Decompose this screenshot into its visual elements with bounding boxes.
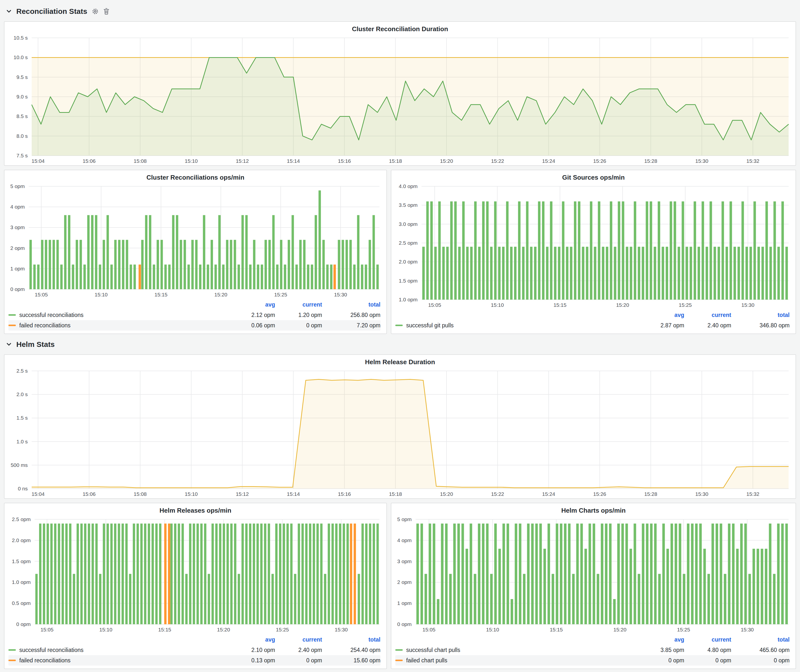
legend-sort-total[interactable]: total <box>322 301 381 308</box>
legend-total-value: 256.80 opm <box>322 312 381 318</box>
legend-current-value: 0 opm <box>275 657 322 664</box>
legend-row: failed chart pulls 0 opm 0 opm 0 opm <box>395 655 790 666</box>
helm-release-duration-plot <box>6 367 794 499</box>
legend-sort-total[interactable]: total <box>322 636 381 643</box>
legend-sort-current[interactable]: current <box>275 636 322 643</box>
section-title[interactable]: Helm Stats <box>16 340 55 349</box>
legend: avg current total successful reconciliat… <box>5 299 386 334</box>
legend-series-toggle[interactable]: failed chart pulls <box>395 657 637 664</box>
legend-series-toggle[interactable]: failed reconciliations <box>8 322 228 329</box>
series-marker <box>395 649 403 651</box>
legend-total-value: 0 opm <box>731 657 790 664</box>
series-marker <box>395 325 403 326</box>
panel-cluster-reconciliations-opm: Cluster Reconciliations ops/min 0 opm1 o… <box>4 170 387 334</box>
section-title[interactable]: Reconciliation Stats <box>16 7 87 16</box>
cluster-reconciliations-opm-chart[interactable]: 0 opm1 opm2 opm3 opm4 opm5 opm15:0515:10… <box>6 182 384 299</box>
panel-title[interactable]: Cluster Reconciliation Duration <box>5 22 795 34</box>
legend-header-row: avg current total <box>395 310 790 320</box>
legend-series-toggle[interactable]: successful reconciliations <box>8 312 228 318</box>
legend: avg current total successful git pulls 2… <box>391 309 795 334</box>
legend-total-value: 15.60 opm <box>322 657 381 664</box>
legend: avg current total successful reconciliat… <box>5 634 386 669</box>
legend-current-value: 1.20 opm <box>275 312 322 318</box>
cluster-reconciliation-duration-plot <box>6 34 794 166</box>
chevron-down-icon[interactable] <box>6 341 12 347</box>
helm-charts-opm-plot <box>393 515 794 634</box>
series-marker <box>8 314 16 316</box>
panel-helm-releases-opm: Helm Releases ops/min 0 opm0.5 opm1.0 op… <box>4 503 387 669</box>
legend-avg-value: 3.85 opm <box>637 647 684 653</box>
section-header-reconciliation-stats: Reconciliation Stats <box>6 5 796 18</box>
panel-helm-charts-opm: Helm Charts ops/min 0 opm1 opm2 opm3 opm… <box>391 503 796 669</box>
legend-label: failed reconciliations <box>19 657 70 664</box>
legend-row: successful reconciliations 2.12 opm 1.20… <box>8 310 381 320</box>
chevron-down-icon[interactable] <box>6 8 12 14</box>
legend-row: failed reconciliations 0.06 opm 0 opm 7.… <box>8 320 381 331</box>
cluster-reconciliations-opm-plot <box>6 182 384 299</box>
helm-releases-opm-chart[interactable]: 0 opm0.5 opm1.0 opm1.5 opm2.0 opm2.5 opm… <box>6 515 384 634</box>
legend-current-value: 2.40 opm <box>275 647 322 653</box>
legend-sort-current[interactable]: current <box>684 312 731 318</box>
legend-sort-avg[interactable]: avg <box>637 312 684 318</box>
legend-sort-total[interactable]: total <box>731 636 790 643</box>
legend-sort-total[interactable]: total <box>731 312 790 318</box>
legend-total-value: 346.80 opm <box>731 322 790 329</box>
legend-current-value: 0 opm <box>275 322 322 329</box>
legend-avg-value: 2.87 opm <box>637 322 684 329</box>
legend-series-toggle[interactable]: successful git pulls <box>395 322 637 329</box>
panel-title[interactable]: Helm Release Duration <box>5 355 795 367</box>
cluster-reconciliation-duration-chart[interactable]: 7.5 s8.0 s8.5 s9.0 s9.5 s10.0 s10.5 s15:… <box>6 34 794 165</box>
series-marker <box>8 660 16 661</box>
legend-label: successful git pulls <box>406 322 454 329</box>
section-header-helm-stats: Helm Stats <box>6 338 796 351</box>
legend-current-value: 2.40 opm <box>684 322 731 329</box>
legend-label: failed reconciliations <box>19 322 70 329</box>
legend-sort-current[interactable]: current <box>684 636 731 643</box>
legend-label: successful chart pulls <box>406 647 460 653</box>
legend-row: failed reconciliations 0.13 opm 0 opm 15… <box>8 655 381 666</box>
legend-header-row: avg current total <box>395 634 790 645</box>
trash-icon[interactable] <box>103 8 110 15</box>
legend-current-value: 4.80 opm <box>684 647 731 653</box>
legend-total-value: 254.40 opm <box>322 647 381 653</box>
legend-avg-value: 0 opm <box>637 657 684 664</box>
panel-cluster-reconciliation-duration: Cluster Reconciliation Duration 7.5 s8.0… <box>4 21 796 166</box>
legend-row: successful chart pulls 3.85 opm 4.80 opm… <box>395 645 790 655</box>
gear-icon[interactable] <box>92 8 99 15</box>
legend-sort-avg[interactable]: avg <box>228 636 275 643</box>
series-marker <box>395 660 403 661</box>
legend-current-value: 0 opm <box>684 657 731 664</box>
legend-series-toggle[interactable]: successful chart pulls <box>395 647 637 653</box>
legend-sort-current[interactable]: current <box>275 301 322 308</box>
legend-series-toggle[interactable]: failed reconciliations <box>8 657 228 664</box>
legend-row: successful git pulls 2.87 opm 2.40 opm 3… <box>395 320 790 331</box>
legend-sort-avg[interactable]: avg <box>637 636 684 643</box>
legend-sort-avg[interactable]: avg <box>228 301 275 308</box>
series-marker <box>8 649 16 651</box>
git-sources-opm-chart[interactable]: 1.0 opm1.5 opm2.0 opm2.5 opm3.0 opm3.5 o… <box>393 182 794 309</box>
legend-series-toggle[interactable]: successful reconciliations <box>8 647 228 653</box>
legend-label: failed chart pulls <box>406 657 447 664</box>
legend-row: successful reconciliations 2.10 opm 2.40… <box>8 645 381 655</box>
series-marker <box>8 325 16 326</box>
legend-label: successful reconciliations <box>19 647 83 653</box>
panel-title[interactable]: Cluster Reconciliations ops/min <box>5 170 386 182</box>
panel-git-sources-opm: Git Sources ops/min 1.0 opm1.5 opm2.0 op… <box>391 170 796 334</box>
legend-avg-value: 0.06 opm <box>228 322 275 329</box>
helm-releases-opm-plot <box>6 515 384 634</box>
helm-charts-opm-chart[interactable]: 0 opm1 opm2 opm3 opm4 opm5 opm15:0515:10… <box>393 515 794 634</box>
legend-total-value: 465.60 opm <box>731 647 790 653</box>
panel-title[interactable]: Helm Releases ops/min <box>5 503 386 515</box>
panel-helm-release-duration: Helm Release Duration 0 ns500 ms1.0 s1.5… <box>4 354 796 499</box>
helm-release-duration-chart[interactable]: 0 ns500 ms1.0 s1.5 s2.0 s2.5 s15:0415:06… <box>6 367 794 498</box>
legend-total-value: 7.20 opm <box>322 322 381 329</box>
legend-avg-value: 2.10 opm <box>228 647 275 653</box>
git-sources-opm-plot <box>393 182 794 310</box>
legend-label: successful reconciliations <box>19 312 83 318</box>
legend-avg-value: 2.12 opm <box>228 312 275 318</box>
legend: avg current total successful chart pulls… <box>391 634 795 669</box>
panel-title[interactable]: Git Sources ops/min <box>391 170 795 182</box>
legend-header-row: avg current total <box>8 299 381 310</box>
legend-avg-value: 0.13 opm <box>228 657 275 664</box>
panel-title[interactable]: Helm Charts ops/min <box>391 503 795 515</box>
